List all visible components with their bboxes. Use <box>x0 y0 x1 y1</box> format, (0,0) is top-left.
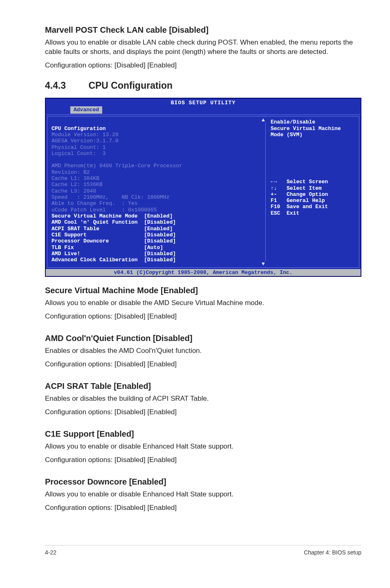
bios-title: BIOS SETUP UTILITY <box>46 99 361 106</box>
bios-tab-row: Advanced <box>46 106 361 114</box>
text-svm-desc: Allows you to enable or disable the AMD … <box>45 298 361 308</box>
text-marvell-desc: Allows you to enable or disable LAN cabl… <box>45 38 361 57</box>
bios-cpu-3: Cache L2: 1536KB <box>52 182 103 188</box>
bios-opt-acc[interactable]: Advanced Clock Caliberation [Disabled] <box>52 257 176 263</box>
text-svm-opts: Configuration options: [Disabled] [Enabl… <box>45 312 361 321</box>
bios-opt-svm[interactable]: Secure Virtual Machine Mode [Enabled] <box>52 213 173 219</box>
bios-opt-c1e[interactable]: C1E Support [Disabled] <box>52 232 176 238</box>
bios-cpu-2: Cache L1: 384KB <box>52 175 99 182</box>
bios-opt-downcore[interactable]: Processor Downcore [Disabled] <box>52 238 176 244</box>
bios-tab-advanced[interactable]: Advanced <box>70 106 102 113</box>
bios-info-2: Physical Count: 1 <box>52 144 106 150</box>
bios-info-1: AGESA Version:3.1.7.0 <box>52 138 119 144</box>
bios-screenshot: BIOS SETUP UTILITY Advanced ▲CPU Configu… <box>45 98 361 277</box>
scroll-down-icon[interactable]: ▼ <box>260 261 266 267</box>
heading-marvell: Marvell POST Check LAN cable [Disabled] <box>45 25 361 36</box>
heading-svm: Secure Virtual Machine Mode [Enabled] <box>45 285 361 296</box>
bios-key-legend: ←→ Select Screen ↑↓ Select Item +- Chang… <box>271 179 355 216</box>
text-srat-opts: Configuration options: [Disabled] [Enabl… <box>45 408 361 417</box>
bios-left-header: CPU Configuration <box>52 126 106 132</box>
bios-footer: v04.61 (C)Copyright 1985-2008, American … <box>46 269 361 276</box>
bios-opt-amdlive[interactable]: AMD Live! [Disabled] <box>52 251 176 257</box>
heading-c1e: C1E Support [Enabled] <box>45 429 361 440</box>
chapter-label: Chapter 4: BIOS setup <box>304 549 361 557</box>
bios-left-panel: ▲CPU Configuration Module Version: 13.28… <box>47 116 265 268</box>
section-number: 4.4.3 <box>45 79 86 92</box>
scroll-up-icon[interactable]: ▲ <box>260 117 266 123</box>
bios-info-0: Module Version: 13.28 <box>52 132 119 138</box>
page-footer: 4-22 Chapter 4: BIOS setup <box>45 545 361 557</box>
bios-cpu-5: Speed : 2100MHz, NB Clk: 1800MHz <box>52 194 170 200</box>
text-downcore-opts: Configuration options: [Disabled] [Enabl… <box>45 503 361 513</box>
bios-info-3: Logical Count: 3 <box>52 150 106 157</box>
text-c1e-opts: Configuration options: [Disabled] [Enabl… <box>45 456 361 465</box>
text-c1e-desc: Allows you to enable or disable Enhanced… <box>45 442 361 451</box>
bios-opt-srat[interactable]: ACPI SRAT Table [Enabled] <box>52 226 173 232</box>
text-downcore-desc: Allows you to enable or disable Enhanced… <box>45 490 361 499</box>
bios-opt-cnq[interactable]: AMD Cool 'n' Quiet Function [Disabled] <box>52 219 176 225</box>
page-number: 4-22 <box>45 549 56 557</box>
text-cnq-opts: Configuration options: [Disabled] [Enabl… <box>45 360 361 369</box>
bios-right-panel: Enable/Disable Secure Virtual Machine Mo… <box>265 116 359 268</box>
bios-cpu-6: Able to Change Freq. : Yes <box>52 200 138 206</box>
heading-section-443: 4.4.3 CPU Configuration <box>45 79 361 92</box>
bios-cpu-1: Revision: B2 <box>52 169 90 175</box>
heading-cnq: AMD Cool'n'Quiet Function [Disabled] <box>45 333 361 344</box>
bios-cpu-4: Cache L3: 2048 <box>52 188 96 194</box>
bios-help-text: Enable/Disable Secure Virtual Machine Mo… <box>271 119 341 138</box>
section-title: CPU Configuration <box>88 80 173 91</box>
bios-cpu-7: uCode Patch Level : 0x1000065 <box>52 207 157 213</box>
heading-downcore: Processor Downcore [Enabled] <box>45 476 361 487</box>
text-cnq-desc: Enables or disables the AMD Cool'n'Quiet… <box>45 346 361 356</box>
bios-cpu-0: AMD Phenom(tm) 8400 Triple-Core Processo… <box>52 163 182 169</box>
bios-opt-tlb[interactable]: TLB Fix [Auto] <box>52 245 163 251</box>
text-srat-desc: Enables or disables the building of ACPI… <box>45 394 361 404</box>
heading-srat: ACPI SRAT Table [Enabled] <box>45 381 361 392</box>
text-marvell-opts: Configuration options: [Disabled] [Enabl… <box>45 61 361 70</box>
